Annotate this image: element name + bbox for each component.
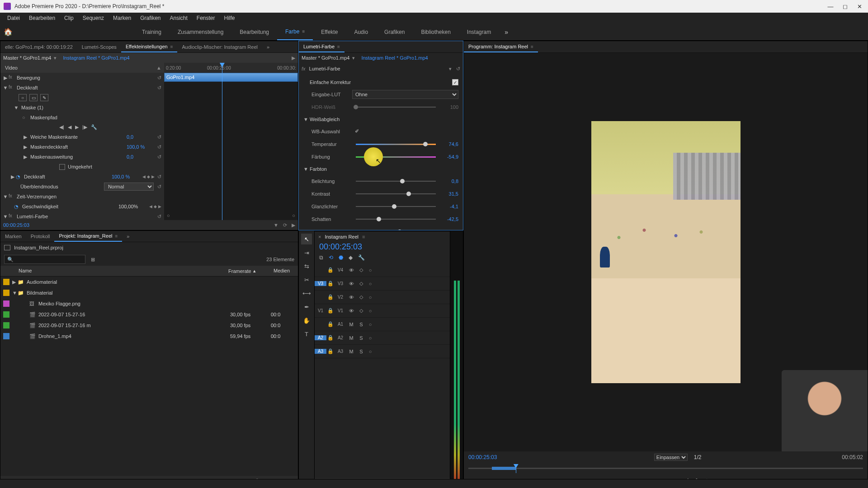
toggle-solo[interactable] [356, 335, 366, 341]
select-fit[interactable]: Einpassen [654, 454, 688, 461]
tab-lumetri-farbe[interactable]: Lumetri-Farbe≡ [299, 42, 344, 52]
track-v2[interactable]: V2 [335, 295, 346, 300]
workspace-menu-icon[interactable]: ≡ [302, 29, 305, 34]
slider-schatten[interactable] [377, 217, 381, 221]
tabs-overflow[interactable]: » [122, 231, 134, 241]
fx-toggle-icon[interactable]: fx [9, 213, 15, 220]
timeline-timecode[interactable]: 00:00:25:03 [315, 242, 450, 253]
filter-icon[interactable]: ▼ [274, 222, 278, 228]
mask-step-fwd-icon[interactable]: |▶ [82, 124, 87, 130]
item-name[interactable]: Mexiko Flagge.png [38, 301, 230, 306]
reset-icon[interactable]: ↺ [157, 85, 161, 91]
fx-lumetri-farbe[interactable]: Lumetri-Farbe [15, 214, 157, 219]
value-maskendeckkraft[interactable]: 100,0 % [127, 144, 154, 150]
mask-ellipse-icon[interactable]: ○ [19, 94, 27, 101]
project-row[interactable]: 🖼Mexiko Flagge.png [0, 298, 298, 309]
track-a2[interactable]: A2 [335, 335, 346, 340]
tab-source[interactable]: elle: GoPro1.mp4: 00:00:19:22 [0, 42, 77, 52]
kf-add-icon[interactable]: ◆ [147, 174, 150, 179]
kf-prev-icon[interactable]: ◀ [142, 174, 146, 179]
mask-track-back-icon[interactable]: ◀| [59, 124, 64, 130]
kf-next-icon[interactable]: ▶ [151, 174, 155, 179]
color-label[interactable] [3, 290, 9, 296]
color-label[interactable] [3, 300, 9, 307]
workspace-grafiken[interactable]: Grafiken [376, 23, 413, 40]
fx-zeitverzerrungen[interactable]: Zeit-Verzerrungen [15, 194, 164, 199]
tool-slip[interactable]: ⟷ [301, 288, 312, 299]
link-icon[interactable]: ⟲ [329, 254, 333, 261]
fx-weiche-maskenkante[interactable]: Weiche Maskenkante [28, 134, 127, 140]
slider-weiss[interactable] [397, 230, 402, 230]
fx-master-clip[interactable]: Master * GoPro1.mp4 [3, 55, 51, 61]
fx-geschwindigkeit[interactable]: Geschwindigkeit [20, 204, 118, 209]
value-weiss[interactable]: 9,6 [439, 229, 458, 230]
reset-icon[interactable]: ↺ [157, 144, 161, 150]
item-name[interactable]: 2022-09-07 15-27-16 [38, 312, 230, 317]
workspace-bibliotheken[interactable]: Bibliotheken [413, 23, 458, 40]
tab-projekt[interactable]: Projekt: Instagram_Reel≡ [54, 231, 122, 242]
fx-maske[interactable]: Maske (1) [19, 105, 164, 110]
fx-maskenausweitung[interactable]: Maskenausweitung [28, 154, 127, 160]
toggle-sync[interactable]: ◇ [356, 267, 366, 273]
toggle-sync[interactable]: ◇ [356, 281, 366, 286]
tool-hand[interactable]: ✋ [301, 315, 312, 326]
project-row[interactable]: ▼📁Bildmaterial [0, 287, 298, 298]
reset-icon[interactable]: ↺ [157, 75, 161, 81]
menu-marken[interactable]: Marken [108, 13, 136, 23]
toggle-mute[interactable] [346, 322, 356, 327]
marker-icon[interactable]: ⬣ [339, 254, 343, 261]
toggle-solo[interactable] [356, 349, 366, 354]
project-search[interactable]: 🔍 [4, 255, 85, 264]
mask-wrench-icon[interactable]: 🔧 [91, 124, 97, 130]
toggle-sync[interactable]: ◇ [356, 308, 366, 314]
lock-icon[interactable]: 🔒 [326, 281, 335, 286]
value-speed[interactable]: 100,00% [118, 204, 146, 209]
lock-icon[interactable]: 🔒 [326, 335, 335, 341]
resolution-dropdown[interactable]: 1/2 [694, 454, 702, 460]
workspace-effekte[interactable]: Effekte [313, 23, 346, 40]
fx-toggle-icon[interactable]: fx [9, 75, 15, 81]
mask-track-play-icon[interactable]: ▶ [75, 124, 79, 130]
workspace-overflow[interactable]: » [505, 28, 508, 36]
project-row[interactable]: 🎬2022-09-07 15-27-16 m30,00 fps00:0 [0, 320, 298, 331]
section-farbton[interactable]: Farbton [310, 166, 458, 172]
tool-pen[interactable]: ✒ [301, 301, 312, 312]
reset-icon[interactable]: ↺ [157, 184, 161, 190]
tab-lumetri-scopes[interactable]: Lumetri-Scopes [77, 42, 121, 52]
fx-maskendeckkraft[interactable]: Maskendeckkraft [28, 144, 127, 150]
tabs-overflow[interactable]: » [262, 42, 274, 52]
src-patch-v1[interactable]: V1 [315, 308, 326, 313]
workspace-audio[interactable]: Audio [346, 23, 376, 40]
select-blend-mode[interactable]: Normal [104, 183, 154, 191]
twirl-icon[interactable]: ▼ [12, 290, 18, 296]
value-belichtung[interactable]: 0,8 [439, 178, 458, 184]
lum-sequence[interactable]: Instagram Reel * GoPro1.mp4 [361, 55, 428, 61]
toggle-eye[interactable] [346, 295, 356, 300]
lock-icon[interactable]: 🔒 [326, 294, 335, 300]
reset-icon[interactable]: ↺ [157, 214, 161, 220]
reset-icon[interactable]: ↺ [157, 174, 161, 180]
color-label[interactable] [3, 322, 9, 328]
fx-toggle-icon[interactable]: fx [9, 193, 15, 200]
eyedropper-icon[interactable]: ✐ [355, 128, 361, 135]
tab-audioclip-mischer[interactable]: Audioclip-Mischer: Instagram Reel [177, 42, 262, 52]
toggle-icon[interactable]: ⟳ [283, 222, 287, 228]
menu-datei[interactable]: Datei [3, 13, 24, 23]
panel-menu-icon[interactable]: ≡ [170, 44, 173, 49]
program-timecode[interactable]: 00:00:25:03 [468, 454, 514, 460]
toggle-solo[interactable] [356, 322, 366, 327]
tab-programm[interactable]: Programm: Instagram Reel≡ [464, 42, 538, 52]
twirl-icon[interactable]: ▶ [12, 279, 18, 285]
value-temperatur[interactable]: 74,6 [439, 141, 458, 147]
slider-temperatur[interactable] [423, 142, 428, 146]
new-bin-icon[interactable]: ⊞ [91, 257, 95, 263]
menu-grafiken[interactable]: Grafiken [136, 13, 165, 23]
src-patch-a3[interactable]: A3 [315, 349, 326, 354]
menu-clip[interactable]: Clip [60, 13, 78, 23]
tool-track-select[interactable]: ⇥ [301, 247, 312, 258]
fx-toggle-icon[interactable]: fx [9, 84, 15, 91]
toggle-eye[interactable] [346, 308, 356, 314]
lum-fx-name[interactable]: Lumetri-Farbe [309, 66, 449, 71]
tool-ripple[interactable]: ⇆ [301, 261, 312, 272]
maximize-button[interactable]: ◻ [842, 3, 848, 10]
